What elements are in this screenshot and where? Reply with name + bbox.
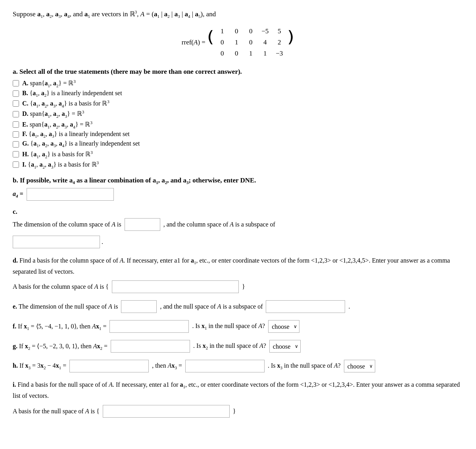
null-basis-input[interactable] bbox=[103, 405, 230, 418]
part-e: e. The dimension of the null space of A … bbox=[13, 300, 463, 313]
g-ax2-input[interactable] bbox=[111, 340, 190, 353]
h-ax3-input[interactable] bbox=[185, 360, 265, 372]
checkbox-F[interactable] bbox=[13, 131, 19, 138]
option-C: C. {a1, a2, a3, a4} is a basis for ℝ3 bbox=[13, 99, 463, 108]
left-bracket: ⁽ bbox=[207, 30, 214, 54]
option-I: I. {a1, a2, a3} is a basis for ℝ3 bbox=[13, 160, 463, 169]
part-c-subspace: . bbox=[13, 233, 463, 248]
h-x3-input[interactable] bbox=[69, 360, 149, 372]
checkbox-C[interactable] bbox=[13, 100, 19, 107]
part-h-row: h. If x3 = 3x2 − 4x1 = , then Ax3 = . Is… bbox=[13, 360, 463, 372]
h-choose-dropdown[interactable]: choose Yes No bbox=[344, 360, 375, 372]
option-F: F. {a1, a2, a3} is a linearly independen… bbox=[13, 130, 463, 138]
col-basis-input[interactable] bbox=[112, 280, 239, 293]
part-c: c. The dimension of the column space of … bbox=[13, 208, 463, 248]
part-g: g. If x2 = ⟨−5, −2, 3, 0, 1⟩, then Ax2 =… bbox=[13, 340, 463, 353]
part-c-row: The dimension of the column space of A i… bbox=[13, 218, 463, 231]
checkbox-A[interactable] bbox=[13, 80, 19, 86]
g-choose-wrap: choose Yes No bbox=[269, 340, 301, 353]
option-H: H. {a1, a2} is a basis for ℝ3 bbox=[13, 150, 463, 159]
checkbox-I[interactable] bbox=[13, 161, 19, 168]
g-choose-dropdown[interactable]: choose Yes No bbox=[269, 340, 301, 353]
checkbox-G[interactable] bbox=[13, 141, 19, 148]
right-bracket: ⁾ bbox=[287, 30, 294, 54]
part-a-options: A. span{a1, a2} = ℝ3 B. {a1, a2} is a li… bbox=[13, 79, 463, 169]
part-d: d. Find a basis for the column space of … bbox=[13, 255, 463, 293]
a4-input[interactable] bbox=[27, 188, 114, 201]
f-ax1-input[interactable] bbox=[109, 320, 189, 333]
part-i-text: i. Find a basis for the null space of of… bbox=[13, 380, 463, 401]
checkbox-H[interactable] bbox=[13, 151, 19, 157]
col-space-subspace-input[interactable] bbox=[13, 236, 100, 248]
intro-text: Suppose a1, a2, a3, a4, and a5 are vecto… bbox=[13, 10, 463, 19]
part-i: i. Find a basis for the null space of of… bbox=[13, 380, 463, 417]
option-A: A. span{a1, a2} = ℝ3 bbox=[13, 79, 463, 88]
option-B: B. {a1, a2} is a linearly independent se… bbox=[13, 90, 463, 98]
a4-label: a4 = bbox=[13, 190, 23, 198]
checkbox-B[interactable] bbox=[13, 90, 19, 97]
null-basis-row: A basis for the null space of A is { } bbox=[13, 405, 463, 418]
part-e-row: e. The dimension of the null space of A … bbox=[13, 300, 463, 313]
option-E: E. span{a1, a2, a3, a4} = ℝ3 bbox=[13, 120, 463, 129]
part-f: f. If x1 = ⟨5, −4, −1, 1, 0⟩, then Ax1 =… bbox=[13, 320, 463, 333]
matrix-grid: 1 0 0 −5 5 0 1 0 4 2 0 0 1 1 −3 bbox=[215, 26, 286, 59]
h-choose-wrap: choose Yes No bbox=[344, 360, 375, 372]
option-G: G. {a1, a2, a3, a4} is a linearly indepe… bbox=[13, 140, 463, 148]
null-space-subspace-input[interactable] bbox=[266, 300, 345, 313]
f-choose-wrap: choose Yes No bbox=[268, 320, 299, 333]
part-b-label: b. If possible, write a4 as a linear com… bbox=[13, 177, 463, 185]
part-c-label: c. bbox=[13, 208, 17, 215]
rref-section: rref(A) = ⁽ 1 0 0 −5 5 0 1 0 4 2 0 0 1 1… bbox=[13, 26, 463, 59]
a4-row: a4 = bbox=[13, 188, 463, 201]
part-a-label: a. Select all of the true statements (th… bbox=[13, 68, 463, 76]
part-d-text: d. Find a basis for the column space of … bbox=[13, 255, 463, 276]
col-basis-row: A basis for the column space of A is { } bbox=[13, 280, 463, 293]
null-space-dim-input[interactable] bbox=[121, 300, 157, 313]
rref-label: rref(A) = bbox=[182, 38, 207, 46]
part-h: h. If x3 = 3x2 − 4x1 = , then Ax3 = . Is… bbox=[13, 360, 463, 372]
checkbox-D[interactable] bbox=[13, 111, 19, 117]
option-D: D. span{a1, a2, a3} = ℝ3 bbox=[13, 109, 463, 119]
checkbox-E[interactable] bbox=[13, 121, 19, 128]
matrix: ⁽ 1 0 0 −5 5 0 1 0 4 2 0 0 1 1 −3 ⁾ bbox=[207, 26, 294, 59]
part-g-row: g. If x2 = ⟨−5, −2, 3, 0, 1⟩, then Ax2 =… bbox=[13, 340, 463, 353]
part-f-row: f. If x1 = ⟨5, −4, −1, 1, 0⟩, then Ax1 =… bbox=[13, 320, 463, 333]
part-b: b. If possible, write a4 as a linear com… bbox=[13, 177, 463, 201]
col-space-dim-input[interactable] bbox=[125, 218, 160, 231]
f-choose-dropdown[interactable]: choose Yes No bbox=[268, 320, 299, 333]
